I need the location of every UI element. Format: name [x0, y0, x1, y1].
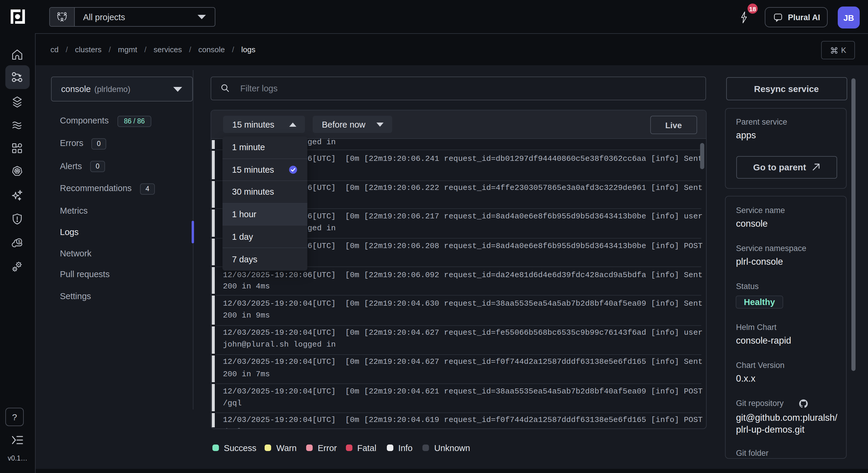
svg-text:$: $ — [18, 239, 20, 244]
